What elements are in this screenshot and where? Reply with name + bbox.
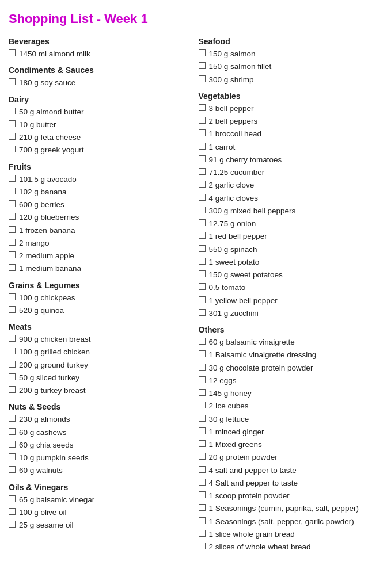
checkbox-icon[interactable] [199,402,206,408]
checkbox-icon[interactable] [199,232,206,239]
list-item[interactable]: 2 garlic clove [199,180,383,191]
checkbox-icon[interactable] [199,62,206,69]
checkbox-icon[interactable] [199,270,206,277]
checkbox-icon[interactable] [199,427,206,434]
list-item[interactable]: 1 carrot [199,142,383,153]
list-item[interactable]: 230 g almonds [9,414,193,425]
checkbox-icon[interactable] [9,335,16,342]
list-item[interactable]: 2 bell peppers [199,116,383,127]
list-item[interactable]: 4 salt and pepper to taste [199,465,383,476]
list-item[interactable]: 700 g greek yogurt [9,144,193,156]
checkbox-icon[interactable] [9,251,16,258]
list-item[interactable]: 200 g turkey breast [9,385,193,396]
checkbox-icon[interactable] [199,75,206,82]
list-item[interactable]: 60 g walnuts [9,465,193,476]
checkbox-icon[interactable] [199,466,206,473]
checkbox-icon[interactable] [9,213,16,220]
checkbox-icon[interactable] [9,386,16,393]
list-item[interactable]: 30 g lettuce [199,414,383,425]
list-item[interactable]: 1 yellow bell pepper [199,295,383,307]
checkbox-icon[interactable] [199,168,206,175]
list-item[interactable]: 50 g sliced turkey [9,372,193,384]
list-item[interactable]: 1 red bell pepper [199,231,383,242]
list-item[interactable]: 150 g salmon fillet [199,61,383,72]
checkbox-icon[interactable] [199,219,206,226]
checkbox-icon[interactable] [199,104,206,111]
list-item[interactable]: 1 sweet potato [199,257,383,268]
list-item[interactable]: 65 g balsamic vinegar [9,494,193,506]
list-item[interactable]: 180 g soy sauce [9,77,193,89]
checkbox-icon[interactable] [199,181,206,188]
list-item[interactable]: 30 g chocolate protein powder [199,362,383,374]
list-item[interactable]: 301 g zucchini [199,308,383,319]
checkbox-icon[interactable] [199,258,206,265]
list-item[interactable]: 10 g pumpkin seeds [9,452,193,464]
checkbox-icon[interactable] [9,521,16,528]
checkbox-icon[interactable] [9,108,16,114]
list-item[interactable]: 100 g chickpeas [9,292,193,304]
list-item[interactable]: 1 Mixed greens [199,439,383,450]
checkbox-icon[interactable] [199,491,206,498]
checkbox-icon[interactable] [9,175,16,182]
list-item[interactable]: 1450 ml almond milk [9,48,193,60]
list-item[interactable]: 102 g banana [9,186,193,198]
list-item[interactable]: 0.5 tomato [199,282,383,293]
list-item[interactable]: 100 g olive oil [9,507,193,518]
list-item[interactable]: 12.75 g onion [199,218,383,230]
checkbox-icon[interactable] [9,78,16,85]
checkbox-icon[interactable] [199,49,206,56]
checkbox-icon[interactable] [199,389,206,396]
list-item[interactable]: 71.25 cucumber [199,167,383,178]
checkbox-icon[interactable] [199,283,206,290]
list-item[interactable]: 200 g ground turkey [9,360,193,371]
checkbox-icon[interactable] [9,508,16,515]
checkbox-icon[interactable] [199,194,206,201]
checkbox-icon[interactable] [199,440,206,447]
list-item[interactable]: 2 mango [9,238,193,249]
checkbox-icon[interactable] [9,49,16,56]
list-item[interactable]: 91 g cherry tomatoes [199,154,383,166]
checkbox-icon[interactable] [9,428,16,435]
list-item[interactable]: 1 slice whole grain bread [199,529,383,540]
checkbox-icon[interactable] [9,120,16,127]
checkbox-icon[interactable] [199,129,206,136]
checkbox-icon[interactable] [199,530,206,537]
list-item[interactable]: 50 g almond butter [9,106,193,118]
list-item[interactable]: 3 bell pepper [199,103,383,114]
list-item[interactable]: 2 slices of whole wheat bread [199,541,383,553]
list-item[interactable]: 120 g blueberries [9,212,193,223]
checkbox-icon[interactable] [199,504,206,511]
list-item[interactable]: 101.5 g avocado [9,174,193,185]
checkbox-icon[interactable] [9,146,16,152]
checkbox-icon[interactable] [199,245,206,252]
checkbox-icon[interactable] [9,441,16,448]
checkbox-icon[interactable] [199,155,206,162]
list-item[interactable]: 2 medium apple [9,250,193,262]
list-item[interactable]: 145 g honey [199,388,383,399]
list-item[interactable]: 520 g quinoa [9,305,193,316]
checkbox-icon[interactable] [199,479,206,486]
checkbox-icon[interactable] [199,376,206,383]
checkbox-icon[interactable] [199,117,206,124]
list-item[interactable]: 4 garlic cloves [199,193,383,204]
checkbox-icon[interactable] [9,264,16,271]
checkbox-icon[interactable] [199,364,206,371]
checkbox-icon[interactable] [199,453,206,460]
checkbox-icon[interactable] [9,200,16,207]
checkbox-icon[interactable] [9,453,16,460]
list-item[interactable]: 100 g grilled chicken [9,346,193,358]
checkbox-icon[interactable] [199,143,206,150]
checkbox-icon[interactable] [9,373,16,380]
checkbox-icon[interactable] [9,188,16,194]
list-item[interactable]: 2 Ice cubes [199,400,383,412]
checkbox-icon[interactable] [9,226,16,233]
list-item[interactable]: 1 minced ginger [199,426,383,438]
list-item[interactable]: 60 g chia seeds [9,440,193,451]
list-item[interactable]: 1 broccoli head [199,128,383,140]
checkbox-icon[interactable] [9,466,16,473]
list-item[interactable]: 1 Seasonings (salt, pepper, garlic powde… [199,516,383,528]
list-item[interactable]: 900 g chicken breast [9,334,193,345]
checkbox-icon[interactable] [199,309,206,316]
list-item[interactable]: 550 g spinach [199,244,383,255]
checkbox-icon[interactable] [9,348,16,354]
